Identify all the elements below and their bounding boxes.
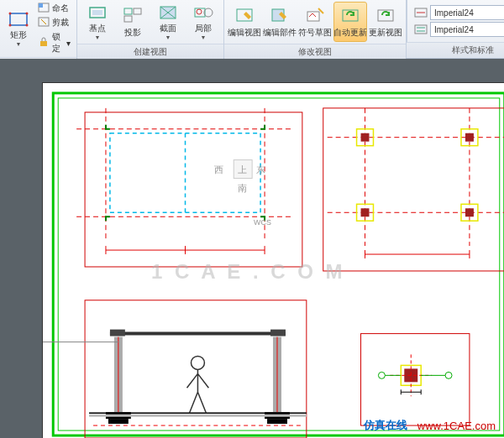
svg-rect-24 xyxy=(415,25,427,34)
svg-text:西: 西 xyxy=(214,164,223,175)
viewport-plan-1 xyxy=(76,108,302,267)
group-label: 修改视图 xyxy=(224,44,406,60)
svg-point-3 xyxy=(9,23,12,26)
svg-point-1 xyxy=(9,12,12,14)
auto-update-icon xyxy=(339,5,362,25)
svg-rect-0 xyxy=(10,13,27,25)
base-point-icon xyxy=(86,3,109,21)
svg-point-73 xyxy=(191,356,204,369)
auto-update-button[interactable]: 自动更新 xyxy=(333,2,367,42)
rectangle-button[interactable]: 矩形 ▼ xyxy=(3,8,34,49)
svg-text:上: 上 xyxy=(238,164,247,175)
dropdown-arrow-icon: ▼ xyxy=(201,34,207,40)
svg-point-4 xyxy=(26,23,29,26)
dropdown-arrow-icon: ▾ xyxy=(66,39,71,48)
svg-rect-51 xyxy=(465,133,474,142)
lock-icon xyxy=(38,37,50,49)
svg-rect-55 xyxy=(465,208,474,216)
edit-component-icon xyxy=(268,5,291,25)
ribbon-group-create-view: 基点 ▼ 投影 截面 ▼ 局部 ▼ 创建视图 xyxy=(77,0,224,58)
edit-component-button[interactable]: 编辑部件 xyxy=(263,2,297,42)
named-button[interactable]: 命名 xyxy=(35,2,73,15)
dropdown-arrow-icon: ▼ xyxy=(95,34,101,40)
clip-button[interactable]: 剪裁 xyxy=(35,16,73,29)
base-point-button[interactable]: 基点 ▼ xyxy=(81,2,114,42)
svg-rect-12 xyxy=(134,8,141,14)
svg-rect-11 xyxy=(124,8,132,14)
ribbon-group-modify-view: 编辑视图 编辑部件 符号草图 自动更新 更新视图 修改视图 xyxy=(224,0,407,58)
svg-rect-10 xyxy=(92,10,102,15)
svg-point-2 xyxy=(26,12,29,14)
update-view-icon xyxy=(374,5,397,25)
drawing-svg: 上 西 东 南 WCS xyxy=(43,83,504,438)
svg-text:南: 南 xyxy=(238,183,247,193)
symbol-sketch-button[interactable]: 符号草图 xyxy=(298,2,332,42)
svg-point-81 xyxy=(378,372,385,378)
svg-text:东: 东 xyxy=(256,164,265,175)
paper-sheet: 上 西 东 南 WCS xyxy=(42,82,504,438)
svg-rect-64 xyxy=(110,330,125,336)
footer-url: www.1CAE.com xyxy=(417,420,496,432)
symbol-sketch-icon xyxy=(303,5,327,25)
viewport-elevation xyxy=(43,300,307,438)
edit-view-button[interactable]: 编辑视图 xyxy=(228,2,261,42)
ribbon-group-styles: Imperial24 ▼ Imperial24 ▼ 样式和标准 xyxy=(407,0,504,58)
svg-rect-49 xyxy=(361,133,370,142)
dropdown-arrow-icon: ▼ xyxy=(16,41,22,47)
detail-button[interactable]: 局部 ▼ xyxy=(186,2,220,42)
section-button[interactable]: 截面 ▼ xyxy=(151,2,185,42)
style-combo-2[interactable]: Imperial24 ▼ xyxy=(430,22,504,37)
footer-brand: 仿真在线 xyxy=(364,418,407,433)
lock-button[interactable]: 锁定 ▾ xyxy=(35,30,73,55)
svg-rect-67 xyxy=(108,419,129,424)
group-label: 样式和标准 xyxy=(407,42,504,58)
rectangle-icon xyxy=(7,10,30,28)
named-icon xyxy=(38,3,50,14)
svg-rect-8 xyxy=(40,41,47,46)
style-icon xyxy=(414,7,428,18)
projection-icon xyxy=(121,5,144,25)
svg-rect-69 xyxy=(267,419,287,424)
section-icon xyxy=(156,3,180,21)
svg-rect-53 xyxy=(361,208,370,216)
group-label: 创建视图 xyxy=(77,44,223,60)
drawing-canvas[interactable]: 上 西 东 南 WCS xyxy=(0,59,504,438)
svg-rect-37 xyxy=(85,112,302,267)
style-icon xyxy=(414,23,428,35)
ribbon-toolbar: 矩形 ▼ 命名 剪裁 锁定 ▾ 布局视口 xyxy=(0,0,504,59)
projection-button[interactable]: 投影 xyxy=(116,2,150,42)
svg-rect-6 xyxy=(39,3,43,8)
svg-point-17 xyxy=(197,9,202,14)
detail-icon xyxy=(192,3,215,21)
svg-point-82 xyxy=(445,372,452,378)
viewport-detail xyxy=(361,334,470,425)
clip-icon xyxy=(38,17,50,29)
update-view-button[interactable]: 更新视图 xyxy=(369,2,402,42)
svg-rect-13 xyxy=(124,16,132,22)
footer: 仿真在线 www.1CAE.com xyxy=(364,418,496,433)
ribbon-group-layout-viewport: 矩形 ▼ 命名 剪裁 锁定 ▾ 布局视口 xyxy=(0,0,77,58)
svg-rect-65 xyxy=(270,330,286,336)
viewport-plan-2 xyxy=(323,108,504,271)
dropdown-arrow-icon: ▼ xyxy=(165,34,171,40)
svg-rect-59 xyxy=(323,108,504,271)
edit-view-icon xyxy=(233,5,256,25)
style-combo-1[interactable]: Imperial24 ▼ xyxy=(430,5,504,20)
svg-text:WCS: WCS xyxy=(254,218,271,227)
